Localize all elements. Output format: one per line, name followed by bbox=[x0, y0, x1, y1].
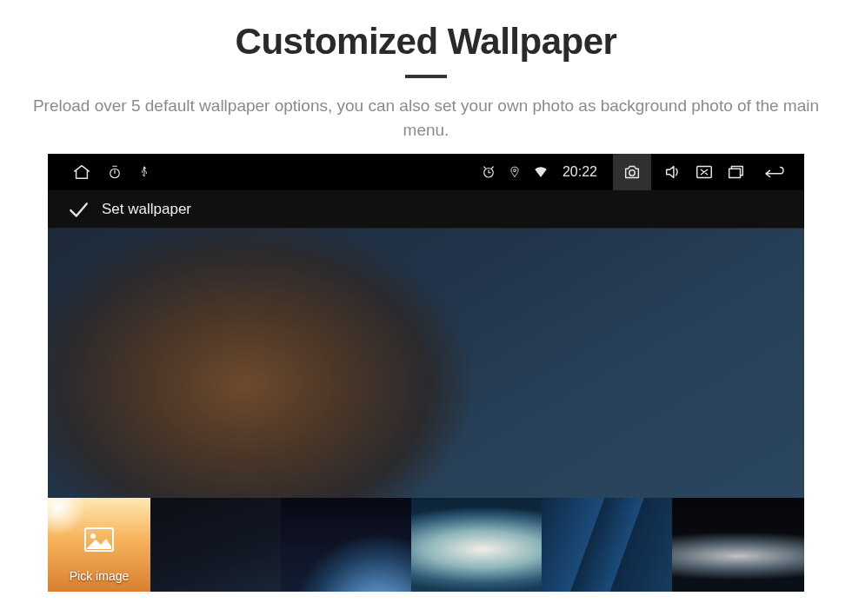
svg-point-3 bbox=[629, 170, 635, 176]
volume-icon[interactable] bbox=[663, 162, 682, 182]
back-icon[interactable] bbox=[762, 162, 789, 182]
status-time: 20:22 bbox=[562, 164, 597, 180]
pick-image-button[interactable]: Pick image bbox=[48, 498, 150, 592]
page-title: Customized Wallpaper bbox=[0, 21, 852, 63]
action-bar: Set wallpaper bbox=[48, 190, 804, 229]
device-screenshot: 20:22 Set wallpaper bbox=[48, 154, 804, 592]
wallpaper-thumb-1[interactable] bbox=[150, 498, 281, 592]
usb-icon bbox=[138, 164, 150, 180]
recent-apps-icon[interactable] bbox=[726, 162, 745, 182]
camera-button[interactable] bbox=[613, 154, 651, 190]
svg-point-7 bbox=[90, 533, 96, 539]
wallpaper-thumb-3[interactable] bbox=[411, 498, 542, 592]
wallpaper-thumb-4[interactable] bbox=[542, 498, 672, 592]
wifi-icon bbox=[533, 164, 549, 180]
wallpaper-gallery: Pick image bbox=[48, 498, 804, 592]
pick-image-label: Pick image bbox=[70, 569, 129, 592]
page-subtitle: Preload over 5 default wallpaper options… bbox=[0, 94, 852, 142]
image-icon bbox=[84, 527, 114, 552]
wallpaper-thumb-2[interactable] bbox=[281, 498, 411, 592]
status-bar: 20:22 bbox=[48, 154, 804, 190]
title-underline bbox=[405, 75, 447, 78]
alarm-icon bbox=[481, 164, 496, 180]
home-icon[interactable] bbox=[72, 162, 91, 182]
svg-rect-5 bbox=[729, 169, 741, 177]
location-icon bbox=[509, 164, 521, 180]
wallpaper-thumb-5[interactable] bbox=[672, 498, 804, 592]
confirm-icon[interactable] bbox=[67, 198, 90, 221]
action-bar-title: Set wallpaper bbox=[102, 201, 191, 218]
svg-point-2 bbox=[513, 169, 516, 172]
close-window-icon[interactable] bbox=[695, 162, 714, 182]
wallpaper-preview bbox=[48, 229, 804, 498]
stopwatch-icon bbox=[107, 164, 123, 180]
